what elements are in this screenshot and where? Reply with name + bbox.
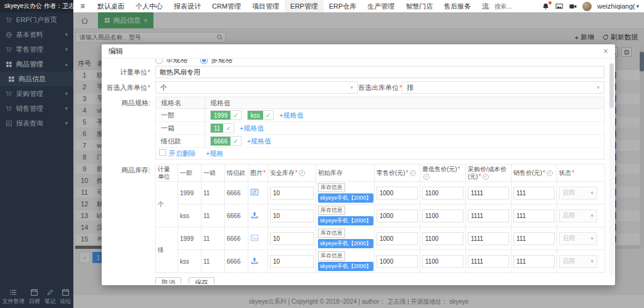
stock-row: kss 11 6666 库存信息skyeye手机【2000】 启用▾	[156, 250, 605, 273]
nav-erp-warehouse[interactable]: ERP仓库	[324, 0, 362, 12]
nav-personal-center[interactable]: 个人中心	[130, 0, 168, 12]
spec-value-chip[interactable]: 11✓	[210, 123, 234, 133]
sale-price-input[interactable]	[513, 255, 555, 268]
unit-label: 计量单位*	[102, 68, 155, 77]
status-select[interactable]: 启用▾	[559, 255, 597, 268]
username-menu[interactable]: weizhiqiang(▾	[597, 2, 639, 10]
upload-image-icon[interactable]	[250, 256, 259, 265]
nav-report-design[interactable]: 报表设计	[168, 0, 206, 12]
apply-all-icon[interactable]: ✓	[483, 174, 489, 180]
radio-icon[interactable]	[155, 59, 163, 64]
spec-value-chip[interactable]: 6666✓	[210, 136, 242, 146]
notification-bell-icon[interactable]	[542, 2, 550, 10]
cost-price-input[interactable]	[468, 232, 509, 245]
retail-price-input[interactable]	[377, 232, 418, 245]
spec-value-chip[interactable]: kss✓	[247, 110, 274, 120]
enable-delete-option[interactable]: 开启删除	[159, 149, 196, 158]
safe-stock-input[interactable]	[270, 232, 314, 245]
check-icon: ✓	[230, 137, 240, 145]
check-icon: ✓	[223, 124, 233, 132]
sale-price-input[interactable]	[513, 232, 555, 245]
apply-all-icon[interactable]: ✓	[299, 170, 305, 176]
min-price-input[interactable]	[422, 209, 463, 222]
stock-info-button[interactable]: 库存信息	[318, 206, 345, 215]
safe-stock-input[interactable]	[270, 187, 314, 200]
out-unit-select[interactable]: 排▾	[402, 81, 605, 94]
warehouse-tag[interactable]: skyeye手机【2000】	[318, 193, 373, 203]
cost-price-input[interactable]	[468, 209, 509, 222]
warehouse-tag[interactable]: skyeye手机【2000】	[318, 239, 373, 248]
radio-multi-spec[interactable]: 多规格	[200, 59, 233, 64]
sale-price-input[interactable]	[513, 187, 555, 200]
upload-image-icon[interactable]	[250, 211, 259, 219]
spec-row: 情侣款 6666✓ +规格值	[156, 135, 604, 148]
radio-icon-selected[interactable]	[200, 59, 208, 64]
status-select[interactable]: 启用▾	[559, 209, 597, 222]
close-icon[interactable]: ×	[603, 47, 608, 55]
nav-erp[interactable]: ERP管理	[285, 0, 324, 12]
add-spec-value-link[interactable]: +规格值	[247, 137, 271, 146]
nav-workflow[interactable]: 流程管理	[476, 0, 489, 12]
dialog-scrollbar[interactable]	[609, 63, 614, 276]
status-select[interactable]: 启用▾	[559, 187, 597, 200]
chevron-down-icon: ▾	[350, 84, 353, 91]
user-avatar[interactable]	[582, 2, 592, 11]
stock-info-button[interactable]: 库存信息	[318, 251, 345, 261]
image-refresh-icon[interactable]	[250, 188, 259, 197]
min-price-input[interactable]	[422, 255, 463, 268]
safe-stock-input[interactable]	[270, 209, 314, 222]
scrollbar-thumb[interactable]	[609, 63, 614, 108]
fullscreen-icon[interactable]	[555, 2, 563, 10]
chevron-down-icon: ▾	[597, 84, 600, 91]
spec-value-chip[interactable]: 1999✓	[210, 110, 242, 120]
nav-production[interactable]: 生产管理	[362, 0, 400, 12]
min-price-input[interactable]	[422, 232, 463, 245]
apply-all-icon[interactable]: ✓	[547, 170, 553, 176]
in-unit-select[interactable]: 个▾	[155, 81, 358, 94]
nav-after-sales[interactable]: 售后服务	[438, 0, 476, 12]
app-logo: skyeye云办公 作者：卫志强	[0, 0, 73, 12]
in-unit-label: 首选入库单位*	[102, 83, 155, 92]
notification-dot	[548, 1, 552, 4]
dialog-title: 编辑	[108, 46, 123, 57]
dialog-buttons: 取消 保存	[155, 277, 615, 284]
collapse-menu-icon[interactable]: ≡	[73, 0, 92, 12]
retail-price-input[interactable]	[377, 209, 418, 222]
retail-price-input[interactable]	[377, 187, 418, 200]
warehouse-tag[interactable]: skyeye手机【2000】	[318, 216, 373, 225]
checkbox-icon[interactable]	[159, 149, 166, 156]
warehouse-tag[interactable]: skyeye手机【2000】	[318, 262, 373, 271]
nav-default-desktop[interactable]: 默认桌面	[92, 0, 130, 12]
image-icon[interactable]	[250, 233, 259, 242]
video-icon[interactable]	[569, 2, 577, 10]
unit-input[interactable]	[155, 66, 605, 78]
radio-single-spec[interactable]: 单规格	[155, 59, 188, 64]
nav-smart-store[interactable]: 智慧门店	[400, 0, 438, 12]
spec-table: 规格名 规格值 一部 1999✓ kss✓ +规格值 一箱 11✓ +规格值	[155, 97, 605, 160]
stock-info-button[interactable]: 库存信息	[318, 183, 345, 192]
cost-price-input[interactable]	[468, 255, 509, 268]
safe-stock-input[interactable]	[270, 255, 314, 268]
cancel-button[interactable]: 取消	[155, 277, 181, 284]
save-button[interactable]: 保存	[189, 277, 214, 284]
add-spec-value-link[interactable]: +规格值	[240, 124, 264, 133]
apply-all-icon[interactable]: ✓	[410, 170, 416, 176]
check-icon: ✓	[230, 111, 240, 120]
status-select[interactable]: 启用▾	[559, 232, 597, 245]
spec-row: 一部 1999✓ kss✓ +规格值	[156, 109, 604, 122]
global-search-input[interactable]	[494, 3, 536, 10]
cost-price-input[interactable]	[468, 187, 509, 200]
stock-info-button[interactable]: 库存信息	[318, 229, 345, 238]
nav-project[interactable]: 项目管理	[247, 0, 285, 12]
min-price-input[interactable]	[422, 187, 463, 200]
apply-all-icon[interactable]: ✓	[423, 174, 430, 180]
retail-price-input[interactable]	[377, 255, 418, 268]
add-spec-link[interactable]: +规格	[206, 149, 223, 158]
nav-crm[interactable]: CRM管理	[206, 0, 247, 12]
top-nav: 默认桌面 个人中心 报表设计 CRM管理 项目管理 ERP管理 ERP仓库 生产…	[92, 0, 489, 12]
spec-table-header: 规格名 规格值	[156, 97, 604, 109]
sale-price-input[interactable]	[513, 209, 555, 222]
add-spec-value-link[interactable]: +规格值	[279, 111, 303, 120]
chevron-down-icon: ▾	[590, 235, 593, 241]
stock-section: 商品库存: 计量单位 一部 一箱 情侣款 图片* 安全库存*✓ 初始库存 零售价…	[102, 164, 605, 273]
